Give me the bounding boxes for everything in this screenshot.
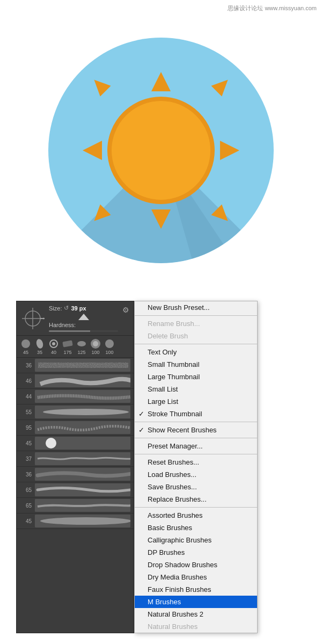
- brush-stroke-preview: [35, 421, 130, 434]
- brush-stroke-preview: [35, 406, 130, 418]
- menu-item-preset-manager[interactable]: Preset Manager...: [135, 440, 257, 452]
- sun-ray-east: [220, 141, 239, 160]
- svg-point-23: [43, 409, 129, 415]
- brush-stroke-svg: [35, 452, 130, 465]
- menu-item-faux-finish-brushes[interactable]: Faux Finish Brushes: [135, 583, 257, 596]
- menu-item-rename-brush: Rename Brush...: [135, 317, 257, 330]
- ps-size-row: Size: ↺ 39 px: [49, 305, 118, 312]
- menu-item-dry-media-brushes[interactable]: Dry Media Brushes: [135, 571, 257, 583]
- brush-size-label: 46: [20, 378, 32, 384]
- ps-panel-header: Size: ↺ 39 px Hardness: ⚙: [17, 301, 134, 336]
- menu-item-small-thumbnail[interactable]: Small Thumbnail: [135, 358, 257, 371]
- brush-stroke-svg: [35, 468, 130, 481]
- brush-stroke-preview: [35, 515, 130, 527]
- sun-circle-background: [48, 38, 274, 263]
- brush-list-item[interactable]: 65: [17, 482, 134, 498]
- brush-tip-4-icon: [62, 338, 74, 350]
- menu-item-large-list[interactable]: Large List: [135, 395, 257, 408]
- brush-size-label: 36: [20, 363, 32, 368]
- brush-size-label: 37: [20, 456, 32, 462]
- menu-separator: [135, 344, 257, 344]
- svg-point-12: [52, 342, 55, 345]
- svg-point-10: [35, 338, 44, 349]
- ps-size-area: Size: ↺ 39 px Hardness:: [49, 305, 118, 332]
- sun-disk: [107, 97, 215, 204]
- brush-tip-item[interactable]: 100: [90, 338, 101, 355]
- brush-list-item[interactable]: 46: [17, 373, 134, 389]
- brush-list-item[interactable]: 37: [17, 451, 134, 467]
- menu-separator: [135, 438, 257, 438]
- brush-tip-item[interactable]: 100: [104, 338, 115, 355]
- svg-point-16: [93, 341, 98, 346]
- svg-marker-7: [43, 317, 45, 320]
- brush-tip-item[interactable]: 40: [48, 338, 60, 355]
- menu-separator: [135, 507, 257, 508]
- brush-tip-item[interactable]: 45: [20, 338, 32, 355]
- ps-wrapper: Size: ↺ 39 px Hardness: ⚙: [16, 301, 306, 633]
- brush-size-label: 65: [20, 503, 32, 509]
- menu-item-m-brushes[interactable]: M Brushes: [135, 596, 257, 608]
- ps-hardness-slider[interactable]: [49, 330, 118, 332]
- brush-size-label: 65: [20, 487, 32, 493]
- sun-body: [107, 97, 215, 204]
- menu-item-dp-brushes[interactable]: DP Brushes: [135, 546, 257, 559]
- brush-list-item[interactable]: 55: [17, 404, 134, 420]
- brush-tip-item[interactable]: 35: [34, 338, 46, 355]
- menu-item-load-brushes[interactable]: Load Brushes...: [135, 468, 257, 481]
- menu-item-large-thumbnail[interactable]: Large Thumbnail: [135, 371, 257, 383]
- brush-stroke-svg: [35, 390, 130, 403]
- menu-item-delete-brush: Delete Brush: [135, 330, 257, 342]
- menu-item-stroke-thumbnail[interactable]: Stroke Thumbnail: [135, 408, 257, 420]
- size-value: 39 px: [71, 305, 86, 312]
- menu-item-save-brushes[interactable]: Save Brushes...: [135, 481, 257, 493]
- sun-ray-south: [151, 209, 171, 229]
- photoshop-section: Size: ↺ 39 px Hardness: ⚙: [0, 301, 322, 644]
- brush-list-item[interactable]: 36: [17, 358, 134, 373]
- brush-list-item[interactable]: 95: [17, 420, 134, 436]
- svg-point-17: [105, 339, 114, 348]
- brush-tip-5-icon: [76, 338, 87, 350]
- svg-point-14: [77, 341, 86, 346]
- brush-crosshair-icon: [21, 307, 45, 330]
- brush-size-label: 95: [20, 425, 32, 431]
- size-label: Size:: [49, 305, 62, 312]
- brush-list-item[interactable]: 45: [17, 436, 134, 451]
- menu-item-natural-brushes-2[interactable]: Natural Brushes 2: [135, 608, 257, 620]
- brush-tip-item[interactable]: 125: [76, 338, 87, 355]
- brush-stroke-preview: [35, 390, 130, 403]
- brush-tip-shape: [78, 314, 89, 320]
- brush-stroke-preview: [35, 499, 130, 512]
- menu-item-reset-brushes[interactable]: Reset Brushes...: [135, 456, 257, 468]
- brush-stroke-svg: [35, 483, 130, 496]
- brush-tip-1-icon: [20, 338, 32, 350]
- menu-item-text-only[interactable]: Text Only: [135, 346, 257, 358]
- menu-separator: [135, 454, 257, 454]
- menu-item-natural-brushes: Natural Brushes: [135, 620, 257, 633]
- gear-icon[interactable]: ⚙: [122, 305, 129, 314]
- menu-item-drop-shadow-brushes[interactable]: Drop Shadow Brushes: [135, 559, 257, 571]
- ps-brush-tips-row: 45 35 40: [17, 336, 134, 358]
- brush-list-item[interactable]: 45: [17, 513, 134, 529]
- menu-item-show-recent-brushes[interactable]: Show Recent Brushes: [135, 424, 257, 436]
- menu-item-calligraphic-brushes[interactable]: Calligraphic Brushes: [135, 534, 257, 546]
- menu-item-replace-brushes[interactable]: Replace Brushes...: [135, 493, 257, 505]
- menu-item-basic-brushes[interactable]: Basic Brushes: [135, 522, 257, 534]
- ps-hardness-row: Hardness:: [49, 322, 118, 328]
- hardness-label: Hardness:: [49, 322, 76, 328]
- brush-stroke-svg: [35, 437, 130, 450]
- brush-stroke-svg: [35, 359, 130, 372]
- brush-list-item[interactable]: 36: [17, 467, 134, 482]
- brush-list-item[interactable]: 44: [17, 389, 134, 404]
- brush-list-item[interactable]: 65: [17, 498, 134, 513]
- menu-item-small-list[interactable]: Small List: [135, 383, 257, 395]
- brush-stroke-svg: [35, 374, 130, 387]
- brush-tip-item[interactable]: 175: [62, 338, 74, 355]
- menu-item-assorted-brushes[interactable]: Assorted Brushes: [135, 509, 257, 522]
- menu-item-new-brush-preset[interactable]: New Brush Preset...: [135, 301, 257, 314]
- context-menu: New Brush Preset...Rename Brush...Delete…: [134, 301, 258, 633]
- size-reset-icon[interactable]: ↺: [64, 305, 69, 312]
- menu-separator: [135, 422, 257, 422]
- brush-size-label: 45: [20, 518, 32, 524]
- brush-tip-6-icon: [90, 338, 101, 350]
- brush-tip-7-icon: [104, 338, 115, 350]
